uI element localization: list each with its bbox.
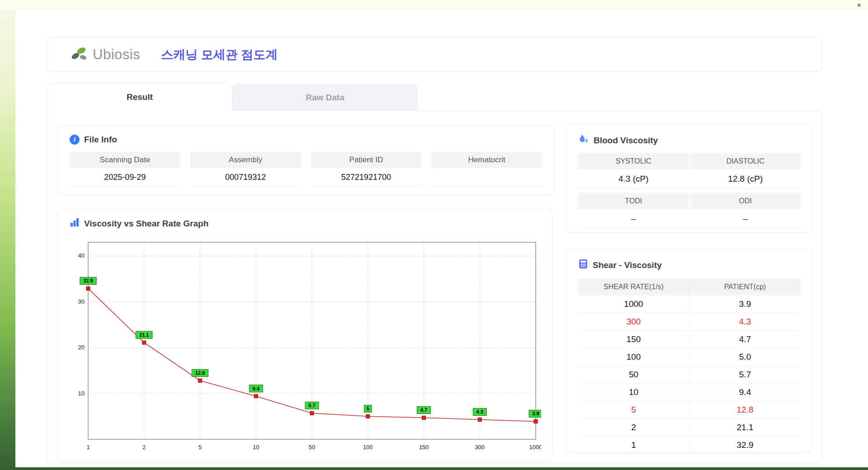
svg-text:4.3: 4.3 — [476, 409, 483, 414]
svg-text:50: 50 — [309, 444, 315, 451]
patient-cell: 5.0 — [689, 348, 801, 366]
hematocrit-value — [431, 168, 542, 187]
shear-table-row: 221.1 — [578, 419, 801, 437]
shear-rate-cell: 1000 — [578, 296, 689, 313]
shear-viscosity-card: Shear - Viscosity SHEAR RATE(1/s) PATIEN… — [566, 249, 813, 452]
odi-label: ODI — [690, 193, 801, 209]
blood-viscosity-row1: SYSTOLIC DIASTOLIC 4.3 (cP) 12.8 (cP) — [578, 153, 801, 188]
app-window: Ubiosis 스캐닝 모세관 점도계 Result Raw Data i Fi… — [15, 10, 868, 467]
shear-table-row: 109.4 — [578, 384, 801, 401]
shear-table-row: 3004.3 — [578, 313, 801, 331]
svg-text:21.1: 21.1 — [139, 332, 149, 338]
info-icon: i — [70, 135, 80, 145]
scanning-date-label: Scanning Date — [70, 152, 180, 168]
graph-title: Viscosity vs Shear Rate Graph — [84, 219, 208, 229]
shear-table-row: 512.8 — [578, 401, 801, 419]
svg-text:150: 150 — [419, 444, 429, 451]
shear-table-row: 1504.7 — [578, 331, 801, 348]
desktop-background: { "window": { "close_glyph": "✕" }, "hea… — [0, 0, 868, 470]
systolic-label: SYSTOLIC — [578, 153, 689, 169]
svg-text:10: 10 — [78, 390, 85, 397]
svg-text:4.7: 4.7 — [420, 407, 427, 413]
blood-viscosity-row2: TODI ODI – – — [578, 193, 801, 228]
shear-table-row: 132.9 — [578, 437, 801, 454]
shear-table-row: 1005.0 — [578, 348, 801, 366]
hematocrit-label: Hematocrit — [431, 152, 542, 168]
assembly-label: Assembly — [190, 152, 301, 168]
svg-text:2: 2 — [142, 444, 146, 451]
logo-text: Ubiosis — [93, 47, 140, 63]
patient-cell: 3.9 — [689, 296, 801, 313]
patient-cell: 12.8 — [689, 401, 801, 418]
chart-wrap: 125105010015030010001020304032.921.112.8… — [70, 233, 540, 456]
file-info-title: File Info — [84, 135, 117, 145]
todi-label: TODI — [578, 193, 689, 209]
logo-leaf-icon — [69, 45, 90, 65]
shear-rate-cell: 150 — [578, 331, 689, 348]
patient-id-value: 52721921700 — [311, 168, 422, 187]
shear-rate-column-header: SHEAR RATE(1/s) — [578, 278, 689, 296]
main-panel: i File Info Scanning Date Assembly Patie… — [47, 111, 822, 463]
assembly-value: 000719312 — [190, 168, 301, 187]
patient-cell: 5.7 — [689, 366, 801, 383]
file-info-card: i File Info Scanning Date Assembly Patie… — [57, 125, 554, 195]
tab-raw-data[interactable]: Raw Data — [232, 84, 418, 111]
scanning-date-value: 2025-09-29 — [70, 168, 180, 187]
patient-cell: 32.9 — [689, 437, 801, 454]
svg-text:3.9: 3.9 — [532, 411, 539, 416]
blood-viscosity-title: Blood Viscosity — [594, 136, 658, 146]
svg-text:30: 30 — [78, 298, 85, 305]
svg-text:5: 5 — [367, 406, 369, 411]
graph-card: Viscosity vs Shear Rate Graph 1251050100… — [57, 208, 552, 461]
svg-text:20: 20 — [78, 344, 85, 351]
shear-rate-cell: 10 — [578, 384, 689, 401]
blood-viscosity-card: Blood Viscosity SYSTOLIC DIASTOLIC 4.3 (… — [566, 124, 813, 233]
svg-text:5.7: 5.7 — [308, 403, 315, 408]
header-card: Ubiosis 스캐닝 모세관 점도계 — [47, 37, 822, 72]
shear-rate-cell: 5 — [578, 401, 689, 418]
tab-result[interactable]: Result — [47, 83, 232, 111]
systolic-value: 4.3 (cP) — [578, 169, 689, 188]
svg-text:300: 300 — [475, 444, 485, 451]
shear-rate-cell: 2 — [578, 419, 689, 436]
shear-table-row: 10003.9 — [578, 296, 801, 313]
patient-column-header: PATIENT(cp) — [689, 278, 801, 296]
svg-text:40: 40 — [78, 252, 85, 259]
svg-text:32.9: 32.9 — [83, 278, 93, 283]
app-title: 스캐닝 모세관 점도계 — [161, 47, 278, 63]
svg-text:1000: 1000 — [529, 444, 541, 451]
viscosity-chart: 125105010015030010001020304032.921.112.8… — [70, 233, 541, 456]
logo: Ubiosis — [69, 45, 140, 65]
svg-text:12.8: 12.8 — [195, 370, 205, 376]
todi-value: – — [578, 209, 689, 228]
odi-value: – — [690, 209, 801, 228]
shear-rate-cell: 50 — [578, 366, 689, 383]
svg-text:10: 10 — [253, 444, 259, 451]
bar-chart-icon — [70, 217, 80, 230]
droplet-icon — [578, 134, 589, 147]
shear-viscosity-title: Shear - Viscosity — [593, 260, 662, 270]
calculator-icon — [578, 259, 588, 271]
shear-table-row: 505.7 — [578, 366, 801, 384]
svg-text:1: 1 — [86, 444, 90, 451]
diastolic-label: DIASTOLIC — [690, 153, 801, 169]
patient-cell: 4.7 — [689, 331, 801, 348]
diastolic-value: 12.8 (cP) — [690, 169, 801, 188]
svg-text:9.4: 9.4 — [253, 386, 260, 391]
close-button[interactable]: ✕ — [857, 2, 862, 8]
svg-text:5: 5 — [198, 444, 202, 451]
titlebar: ✕ — [0, 0, 868, 10]
shear-rate-cell: 100 — [578, 348, 689, 366]
file-info-grid: Scanning Date Assembly Patient ID Hemato… — [70, 152, 542, 187]
shear-rate-cell: 1 — [578, 437, 689, 454]
patient-id-label: Patient ID — [311, 152, 422, 168]
shear-rate-cell: 300 — [578, 313, 689, 330]
svg-text:100: 100 — [363, 444, 373, 451]
patient-cell: 9.4 — [689, 384, 801, 401]
patient-cell: 4.3 — [689, 313, 801, 330]
shear-table-header: SHEAR RATE(1/s) PATIENT(cp) — [578, 278, 801, 296]
shear-table-body: 10003.93004.31504.71005.0505.7109.4512.8… — [578, 296, 801, 454]
patient-cell: 21.1 — [689, 419, 801, 436]
